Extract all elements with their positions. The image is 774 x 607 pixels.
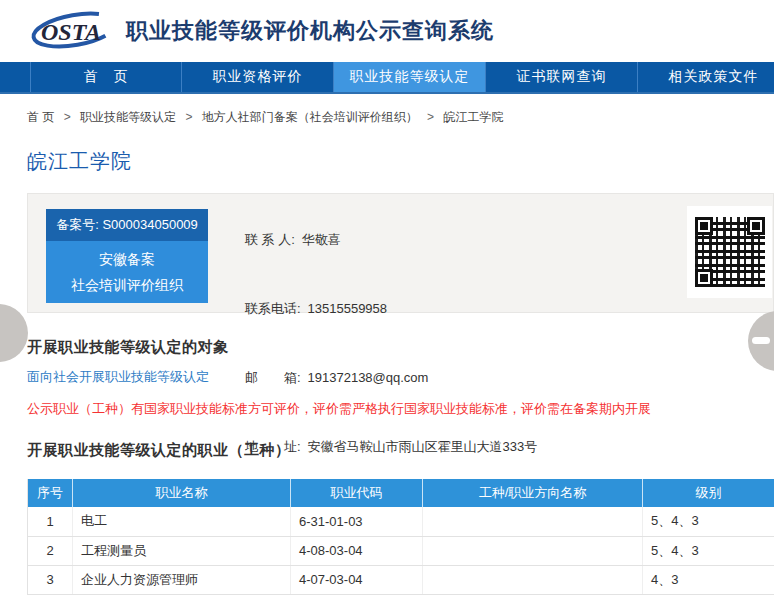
qr-finder-icon	[747, 217, 765, 235]
cell-occupation-code: 4-08-03-04	[291, 536, 423, 565]
nav-tab-certificate-query[interactable]: 证书联网查询	[486, 62, 638, 92]
table-row: 2 工程测量员 4-08-03-04 5、4、3	[28, 536, 774, 565]
nav-tab-qualification-eval[interactable]: 职业资格评价	[182, 62, 334, 92]
page-title: 皖江工学院	[27, 148, 132, 175]
contact-phone-label: 联系电话:	[245, 301, 301, 316]
header-level: 级别	[643, 479, 774, 507]
carousel-prev-button[interactable]	[0, 304, 28, 362]
cell-occupation-code: 4-07-03-04	[291, 565, 423, 594]
notice-text: 公示职业（工种）有国家职业技能标准方可评价，评价需严格执行国家职业技能标准，评价…	[27, 400, 651, 418]
breadcrumb-local-record[interactable]: 地方人社部门备案（社会培训评价组织）	[202, 110, 418, 124]
record-badge: 备案号: S000034050009 安徽备案 社会培训评价组织	[46, 209, 208, 303]
contact-phone-value: 13515559958	[308, 301, 388, 316]
contact-phone-row: 联系电话:13515559958	[216, 274, 537, 343]
table-row: 1 电工 6-31-01-03 5、4、3	[28, 507, 774, 536]
osta-logo[interactable]: OSTA	[28, 7, 122, 55]
carousel-next-button[interactable]	[748, 311, 774, 371]
header-index: 序号	[28, 479, 73, 507]
nav-tab-skill-level-certification[interactable]: 职业技能等级认定	[334, 62, 486, 92]
cell-occupation-name: 电工	[73, 507, 291, 536]
contact-info: 联 系 人:华敬喜 联系电话:13515559958 邮 箱:191372138…	[216, 205, 537, 481]
osta-logo-text: OSTA	[41, 19, 101, 45]
header-work-direction: 工种/职业方向名称	[423, 479, 643, 507]
cell-index: 2	[28, 536, 73, 565]
table-row: 3 企业人力资源管理师 4-07-03-04 4、3	[28, 565, 774, 594]
table-header-row: 序号 职业名称 职业代码 工种/职业方向名称 级别	[28, 479, 774, 507]
qr-finder-icon	[695, 269, 713, 287]
contact-address-value: 安徽省马鞍山市雨山区霍里山大道333号	[308, 439, 538, 454]
site-header: OSTA 职业技能等级评价机构公示查询系统	[0, 0, 774, 62]
record-region-type: 安徽备案 社会培训评价组织	[46, 241, 208, 303]
main-nav: 首 页 职业资格评价 职业技能等级认定 证书联网查询 相关政策文件	[0, 62, 774, 94]
cell-work-direction	[423, 536, 643, 565]
qr-code-image	[687, 206, 772, 298]
cell-work-direction	[423, 565, 643, 594]
page-root: OSTA 职业技能等级评价机构公示查询系统 首 页 职业资格评价 职业技能等级认…	[0, 0, 774, 607]
breadcrumb-separator: >	[64, 110, 71, 124]
org-info-card: 备案号: S000034050009 安徽备案 社会培训评价组织 联 系 人:华…	[27, 193, 774, 313]
target-description-text: 面向社会开展职业技能等级认定	[27, 368, 209, 386]
target-section-heading: 开展职业技能等级认定的对象	[27, 338, 229, 357]
nav-tab-policy-documents[interactable]: 相关政策文件	[638, 62, 774, 92]
occupations-section-heading: 开展职业技能等级认定的职业（工种）	[27, 441, 291, 460]
contact-person-label: 联 系 人:	[245, 232, 295, 247]
cell-index: 1	[28, 507, 73, 536]
record-org-type: 社会培训评价组织	[46, 272, 208, 298]
breadcrumb-current-org: 皖江工学院	[443, 110, 503, 124]
breadcrumb-skill-level[interactable]: 职业技能等级认定	[80, 110, 176, 124]
qr-code-pattern	[695, 217, 765, 287]
cell-occupation-name: 工程测量员	[73, 536, 291, 565]
breadcrumb-home[interactable]: 首 页	[27, 110, 54, 124]
site-title: 职业技能等级评价机构公示查询系统	[126, 16, 494, 46]
cell-work-direction	[423, 507, 643, 536]
occupations-table: 序号 职业名称 职业代码 工种/职业方向名称 级别 1 电工 6-31-01-0…	[27, 479, 774, 595]
cell-occupation-code: 6-31-01-03	[291, 507, 423, 536]
cell-level: 5、4、3	[643, 507, 774, 536]
cell-level: 5、4、3	[643, 536, 774, 565]
record-region: 安徽备案	[46, 246, 208, 272]
qr-finder-icon	[695, 217, 713, 235]
contact-person-value: 华敬喜	[302, 232, 341, 247]
nav-tab-home[interactable]: 首 页	[30, 62, 182, 92]
contact-email-label: 邮 箱:	[245, 370, 301, 385]
header-occupation-code: 职业代码	[291, 479, 423, 507]
breadcrumb: 首 页 > 职业技能等级认定 > 地方人社部门备案（社会培训评价组织） > 皖江…	[27, 109, 503, 126]
cell-occupation-name: 企业人力资源管理师	[73, 565, 291, 594]
cell-level: 4、3	[643, 565, 774, 594]
contact-email-value: 191372138@qq.com	[308, 370, 429, 385]
breadcrumb-separator: >	[185, 110, 192, 124]
header-occupation-name: 职业名称	[73, 479, 291, 507]
breadcrumb-separator: >	[427, 110, 434, 124]
contact-person-row: 联 系 人:华敬喜	[216, 205, 537, 274]
cell-index: 3	[28, 565, 73, 594]
record-number: 备案号: S000034050009	[46, 209, 208, 241]
